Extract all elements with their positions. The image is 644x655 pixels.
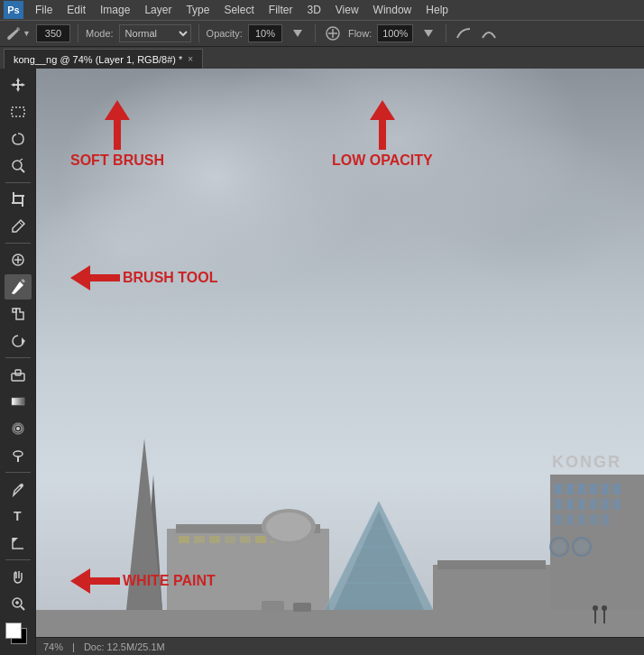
svg-rect-62 [578,484,585,494]
tab-close-btn[interactable]: × [188,54,193,64]
toolbar-separator-2 [5,243,31,244]
svg-rect-67 [566,499,574,510]
svg-rect-22 [15,370,21,375]
flow-input[interactable] [377,24,413,42]
svg-rect-46 [255,536,266,543]
color-swatches [5,623,31,651]
tool-quick-select[interactable] [5,153,32,179]
tool-clone[interactable] [5,301,32,327]
tool-eraser[interactable] [5,362,32,387]
tool-hand[interactable] [5,564,32,589]
canvas-area[interactable]: KONGR SOFT BRUSH [36,69,644,655]
svg-marker-31 [13,538,18,543]
menu-type[interactable]: Type [179,2,216,18]
document-tab[interactable]: kong__ng @ 74% (Layer 1, RGB/8#) * × [4,49,203,69]
annotation-soft-brush: SOFT BRUSH [70,100,164,169]
svg-rect-63 [590,484,597,494]
svg-rect-64 [602,484,609,494]
tool-pen[interactable] [5,476,32,502]
toolbar: T [0,69,36,655]
svg-rect-41 [179,536,189,543]
tool-marquee[interactable] [5,99,32,125]
smoothing-btn-2[interactable] [479,23,499,43]
airbrush-toggle[interactable] [323,23,343,43]
svg-rect-43 [209,536,220,543]
menu-select[interactable]: Select [217,2,260,18]
svg-rect-82 [262,601,284,612]
svg-rect-74 [578,514,585,525]
svg-rect-69 [590,499,597,510]
foreground-color-swatch[interactable] [5,623,22,639]
menu-3d[interactable]: 3D [300,2,327,18]
opacity-dropdown-btn[interactable] [288,23,308,43]
svg-rect-65 [613,484,621,494]
options-separator-1 [78,24,78,42]
svg-rect-21 [12,374,24,381]
status-bar: 74% | Doc: 12.5M/25.1M [36,637,644,655]
svg-rect-89 [437,560,546,569]
options-separator-2 [198,24,199,42]
buildings-svg: KONGR [36,384,644,655]
tool-type[interactable]: T [5,503,32,529]
tool-blur[interactable] [5,416,32,441]
menu-image[interactable]: Image [94,2,136,18]
flow-label: Flow: [348,28,372,39]
opacity-input[interactable] [248,24,282,42]
brush-preset-picker[interactable]: ▼ [5,23,31,43]
options-separator-3 [315,24,316,42]
tool-history-brush[interactable] [5,328,32,354]
svg-rect-88 [433,565,550,610]
tool-crop[interactable] [5,187,32,212]
svg-point-87 [602,605,607,611]
mode-select[interactable]: Normal [119,24,191,42]
svg-marker-5 [424,30,433,37]
menu-edit[interactable]: Edit [60,2,92,18]
svg-rect-76 [602,514,609,525]
svg-point-50 [266,512,311,541]
tool-lasso[interactable] [5,126,32,152]
svg-marker-6 [11,78,25,92]
menu-view[interactable]: View [329,2,365,18]
menu-layer[interactable]: Layer [138,2,178,18]
svg-point-80 [575,540,588,553]
svg-rect-83 [293,603,311,612]
tool-gradient[interactable] [5,389,32,414]
svg-rect-73 [566,514,574,525]
tool-zoom[interactable] [5,591,32,616]
tool-eyedropper[interactable] [5,214,32,239]
options-separator-4 [446,24,446,42]
smoothing-btn-1[interactable] [454,23,474,43]
svg-point-29 [20,484,23,487]
svg-text:KONGR: KONGR [552,453,621,471]
svg-rect-42 [194,536,205,543]
toolbar-separator-5 [5,559,31,560]
tool-move[interactable] [5,72,32,97]
svg-rect-45 [240,536,251,543]
menu-bar: Ps File Edit Image Layer Type Select Fil… [0,0,644,20]
svg-rect-7 [12,107,24,116]
svg-point-27 [14,451,23,457]
mode-label: Mode: [86,28,114,39]
brush-size-input[interactable] [36,24,70,42]
svg-rect-66 [555,499,562,510]
svg-rect-70 [602,499,609,510]
svg-rect-19 [21,279,25,283]
tool-dodge[interactable] [5,443,32,468]
menu-file[interactable]: File [29,2,59,18]
annotation-white-paint: WHITE PAINT [70,568,216,594]
svg-line-9 [21,169,24,172]
tool-brush[interactable] [5,274,32,300]
tool-heal[interactable] [5,247,32,272]
toolbar-separator-4 [5,472,31,473]
tool-path-select[interactable] [5,530,32,556]
menu-help[interactable]: Help [419,2,455,18]
svg-rect-59 [550,475,644,610]
menu-window[interactable]: Window [367,2,419,18]
svg-rect-71 [613,499,621,510]
menu-filter[interactable]: Filter [262,2,299,18]
annotation-low-opacity: LOW OPACITY [332,100,433,169]
flow-dropdown-btn[interactable] [419,23,438,43]
svg-rect-44 [225,536,235,543]
svg-rect-68 [578,499,585,510]
main-area: T [0,69,644,655]
